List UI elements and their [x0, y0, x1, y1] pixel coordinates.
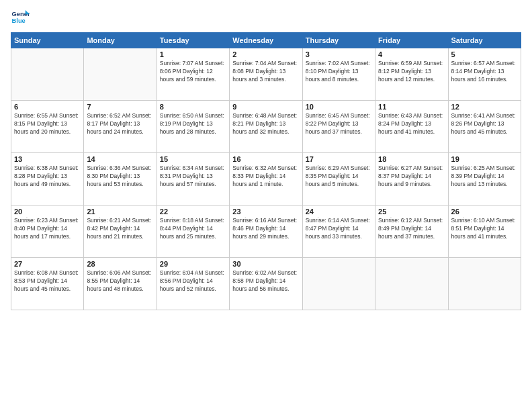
calendar-day-cell: [448, 258, 521, 310]
day-number: 14: [87, 155, 153, 163]
day-info: Sunrise: 6:12 AM Sunset: 8:49 PM Dayligh…: [378, 217, 445, 241]
calendar-day-cell: 29Sunrise: 6:04 AM Sunset: 8:56 PM Dayli…: [157, 258, 229, 310]
calendar-day-header: Friday: [375, 33, 448, 48]
day-number: 24: [306, 208, 372, 216]
calendar-day-cell: 22Sunrise: 6:18 AM Sunset: 8:44 PM Dayli…: [157, 205, 229, 258]
calendar-week-row: 6Sunrise: 6:55 AM Sunset: 8:15 PM Daylig…: [11, 101, 521, 153]
calendar-day-header: Saturday: [448, 33, 521, 48]
day-number: 12: [451, 103, 518, 111]
day-number: 23: [232, 208, 299, 216]
day-number: 26: [451, 208, 518, 216]
day-info: Sunrise: 6:50 AM Sunset: 8:19 PM Dayligh…: [160, 112, 226, 136]
day-info: Sunrise: 6:48 AM Sunset: 8:21 PM Dayligh…: [232, 112, 299, 136]
day-number: 3: [306, 50, 372, 58]
calendar-day-cell: 2Sunrise: 7:04 AM Sunset: 8:08 PM Daylig…: [230, 48, 302, 101]
day-number: 21: [87, 208, 153, 216]
day-info: Sunrise: 6:02 AM Sunset: 8:58 PM Dayligh…: [232, 269, 299, 293]
day-number: 19: [451, 155, 518, 163]
calendar-week-row: 20Sunrise: 6:23 AM Sunset: 8:40 PM Dayli…: [11, 205, 521, 258]
day-number: 16: [232, 155, 299, 163]
calendar-week-row: 27Sunrise: 6:08 AM Sunset: 8:53 PM Dayli…: [11, 258, 521, 310]
calendar-day-header: Wednesday: [230, 33, 302, 48]
calendar-day-cell: 3Sunrise: 7:02 AM Sunset: 8:10 PM Daylig…: [302, 48, 375, 101]
day-number: 27: [14, 260, 81, 268]
day-info: Sunrise: 6:41 AM Sunset: 8:26 PM Dayligh…: [451, 112, 518, 136]
calendar-day-cell: 24Sunrise: 6:14 AM Sunset: 8:47 PM Dayli…: [302, 205, 375, 258]
calendar-day-cell: 12Sunrise: 6:41 AM Sunset: 8:26 PM Dayli…: [448, 101, 521, 153]
calendar-day-cell: 14Sunrise: 6:36 AM Sunset: 8:30 PM Dayli…: [84, 153, 157, 205]
day-info: Sunrise: 6:08 AM Sunset: 8:53 PM Dayligh…: [14, 269, 81, 293]
calendar-day-cell: 28Sunrise: 6:06 AM Sunset: 8:55 PM Dayli…: [84, 258, 157, 310]
day-info: Sunrise: 6:04 AM Sunset: 8:56 PM Dayligh…: [160, 269, 226, 293]
day-number: 5: [451, 50, 518, 58]
day-number: 10: [306, 103, 372, 111]
day-info: Sunrise: 6:38 AM Sunset: 8:28 PM Dayligh…: [14, 165, 81, 189]
calendar-day-cell: [11, 48, 84, 101]
day-number: 18: [378, 155, 445, 163]
day-number: 29: [160, 260, 226, 268]
day-info: Sunrise: 6:16 AM Sunset: 8:46 PM Dayligh…: [232, 217, 299, 241]
calendar-day-header: Monday: [84, 33, 157, 48]
calendar-day-cell: 26Sunrise: 6:10 AM Sunset: 8:51 PM Dayli…: [448, 205, 521, 258]
day-info: Sunrise: 6:59 AM Sunset: 8:12 PM Dayligh…: [378, 60, 445, 84]
day-number: 13: [14, 155, 81, 163]
day-number: 4: [378, 50, 445, 58]
calendar-day-cell: 16Sunrise: 6:32 AM Sunset: 8:33 PM Dayli…: [230, 153, 302, 205]
calendar-week-row: 13Sunrise: 6:38 AM Sunset: 8:28 PM Dayli…: [11, 153, 521, 205]
day-info: Sunrise: 6:36 AM Sunset: 8:30 PM Dayligh…: [87, 165, 153, 189]
calendar-day-cell: 18Sunrise: 6:27 AM Sunset: 8:37 PM Dayli…: [375, 153, 448, 205]
calendar-day-cell: [302, 258, 375, 310]
calendar-day-cell: 25Sunrise: 6:12 AM Sunset: 8:49 PM Dayli…: [375, 205, 448, 258]
day-info: Sunrise: 6:21 AM Sunset: 8:42 PM Dayligh…: [87, 217, 153, 241]
day-info: Sunrise: 6:18 AM Sunset: 8:44 PM Dayligh…: [160, 217, 226, 241]
day-number: 6: [14, 103, 81, 111]
calendar-day-cell: [84, 48, 157, 101]
day-info: Sunrise: 6:14 AM Sunset: 8:47 PM Dayligh…: [306, 217, 372, 241]
day-info: Sunrise: 6:06 AM Sunset: 8:55 PM Dayligh…: [87, 269, 153, 293]
calendar-day-cell: 17Sunrise: 6:29 AM Sunset: 8:35 PM Dayli…: [302, 153, 375, 205]
svg-text:Blue: Blue: [12, 17, 26, 24]
day-number: 28: [87, 260, 153, 268]
calendar-table: SundayMondayTuesdayWednesdayThursdayFrid…: [11, 32, 521, 310]
day-info: Sunrise: 6:55 AM Sunset: 8:15 PM Dayligh…: [14, 112, 81, 136]
calendar-day-cell: 27Sunrise: 6:08 AM Sunset: 8:53 PM Dayli…: [11, 258, 84, 310]
day-info: Sunrise: 6:29 AM Sunset: 8:35 PM Dayligh…: [306, 165, 372, 189]
calendar-day-cell: 30Sunrise: 6:02 AM Sunset: 8:58 PM Dayli…: [230, 258, 302, 310]
header: General Blue: [11, 8, 521, 27]
day-number: 11: [378, 103, 445, 111]
logo: General Blue: [11, 8, 30, 27]
day-number: 8: [160, 103, 226, 111]
day-number: 25: [378, 208, 445, 216]
calendar-day-cell: 23Sunrise: 6:16 AM Sunset: 8:46 PM Dayli…: [230, 205, 302, 258]
day-number: 20: [14, 208, 81, 216]
calendar-day-header: Sunday: [11, 33, 84, 48]
calendar-header-row: SundayMondayTuesdayWednesdayThursdayFrid…: [11, 33, 521, 48]
day-number: 1: [160, 50, 226, 58]
calendar-day-cell: 15Sunrise: 6:34 AM Sunset: 8:31 PM Dayli…: [157, 153, 229, 205]
day-number: 22: [160, 208, 226, 216]
calendar-day-cell: 20Sunrise: 6:23 AM Sunset: 8:40 PM Dayli…: [11, 205, 84, 258]
day-info: Sunrise: 7:02 AM Sunset: 8:10 PM Dayligh…: [306, 60, 372, 84]
calendar-day-cell: 11Sunrise: 6:43 AM Sunset: 8:24 PM Dayli…: [375, 101, 448, 153]
day-info: Sunrise: 6:52 AM Sunset: 8:17 PM Dayligh…: [87, 112, 153, 136]
day-info: Sunrise: 6:57 AM Sunset: 8:14 PM Dayligh…: [451, 60, 518, 84]
calendar-day-cell: 21Sunrise: 6:21 AM Sunset: 8:42 PM Dayli…: [84, 205, 157, 258]
calendar-day-cell: 13Sunrise: 6:38 AM Sunset: 8:28 PM Dayli…: [11, 153, 84, 205]
calendar-day-cell: 9Sunrise: 6:48 AM Sunset: 8:21 PM Daylig…: [230, 101, 302, 153]
day-info: Sunrise: 7:04 AM Sunset: 8:08 PM Dayligh…: [232, 60, 299, 84]
calendar-day-header: Thursday: [302, 33, 375, 48]
calendar-day-cell: 19Sunrise: 6:25 AM Sunset: 8:39 PM Dayli…: [448, 153, 521, 205]
calendar-day-cell: 4Sunrise: 6:59 AM Sunset: 8:12 PM Daylig…: [375, 48, 448, 101]
day-info: Sunrise: 6:43 AM Sunset: 8:24 PM Dayligh…: [378, 112, 445, 136]
calendar-day-cell: [375, 258, 448, 310]
day-number: 9: [232, 103, 299, 111]
calendar-day-header: Tuesday: [157, 33, 229, 48]
day-info: Sunrise: 6:45 AM Sunset: 8:22 PM Dayligh…: [306, 112, 372, 136]
day-info: Sunrise: 6:32 AM Sunset: 8:33 PM Dayligh…: [232, 165, 299, 189]
day-info: Sunrise: 6:23 AM Sunset: 8:40 PM Dayligh…: [14, 217, 81, 241]
calendar-week-row: 1Sunrise: 7:07 AM Sunset: 8:06 PM Daylig…: [11, 48, 521, 101]
day-info: Sunrise: 6:10 AM Sunset: 8:51 PM Dayligh…: [451, 217, 518, 241]
calendar-day-cell: 10Sunrise: 6:45 AM Sunset: 8:22 PM Dayli…: [302, 101, 375, 153]
calendar-day-cell: 1Sunrise: 7:07 AM Sunset: 8:06 PM Daylig…: [157, 48, 229, 101]
day-info: Sunrise: 6:27 AM Sunset: 8:37 PM Dayligh…: [378, 165, 445, 189]
